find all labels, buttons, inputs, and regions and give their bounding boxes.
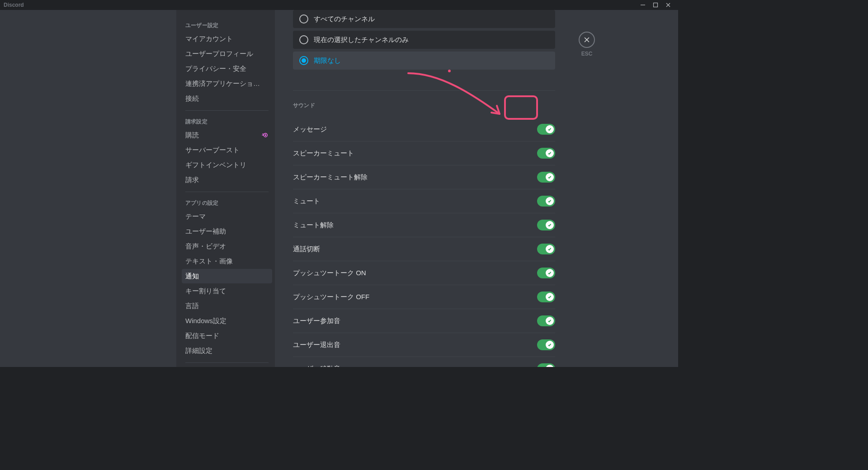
titlebar: Discord [0, 0, 678, 10]
sound-label: ユーザー参加音 [293, 317, 340, 325]
sound-toggle-message[interactable] [537, 124, 555, 135]
settings-sidebar: ユーザー設定マイアカウントユーザープロフィールプライバシー・安全連携済アプリケー… [176, 10, 275, 367]
sidebar-section-header: アプリの設定 [182, 197, 272, 209]
sidebar-separator [185, 110, 269, 111]
sound-toggle-user-move[interactable] [537, 363, 555, 367]
check-icon [546, 245, 554, 253]
sidebar-item-advanced[interactable]: 詳細設定 [182, 343, 272, 358]
sidebar-item-privacy-safety[interactable]: プライバシー・安全 [182, 61, 272, 76]
sidebar-item-windows[interactable]: Windows設定 [182, 314, 272, 328]
radio-icon [299, 56, 308, 65]
close-window-button[interactable] [662, 0, 675, 10]
sidebar-item-authorized-apps[interactable]: 連携済アプリケーショ… [182, 76, 272, 91]
check-icon [546, 341, 554, 349]
sound-toggle-user-leave[interactable] [537, 339, 555, 350]
check-icon [546, 317, 554, 325]
sound-row-unmute: ミュート解除 [293, 213, 555, 237]
sound-toggle-deafen[interactable] [537, 148, 555, 159]
sidebar-item-label: 詳細設定 [185, 346, 212, 355]
sidebar-item-streamer-mode[interactable]: 配信モード [182, 329, 272, 343]
sound-toggle-mute[interactable] [537, 196, 555, 207]
sidebar-item-label: 配信モード [185, 331, 219, 340]
sound-toggle-ptt-off[interactable] [537, 291, 555, 302]
sidebar-section-label: ユーザー設定 [185, 22, 218, 29]
close-settings-label: ESC [581, 51, 593, 57]
sidebar-item-label: 購読 [185, 131, 199, 140]
sound-toggle-user-join[interactable] [537, 315, 555, 326]
sidebar-item-label: 請求 [185, 175, 199, 184]
check-icon [546, 125, 554, 133]
sound-label: スピーカーミュート [293, 149, 354, 158]
sound-row-ptt-off: プッシュツートーク OFF [293, 285, 555, 309]
sidebar-item-billing[interactable]: 請求 [182, 173, 272, 187]
sidebar-item-subscriptions[interactable]: 購読 [182, 128, 272, 142]
sidebar-item-label: マイアカウント [185, 34, 233, 43]
sidebar-item-connections[interactable]: 接続 [182, 91, 272, 106]
sidebar-item-text-images[interactable]: テキスト・画像 [182, 254, 272, 268]
sidebar-item-label: ギフトインベントリ [185, 160, 246, 169]
sidebar-item-my-account[interactable]: マイアカウント [182, 32, 272, 46]
sound-row-user-move: ユーザー移動音 [293, 357, 555, 367]
sound-row-user-leave: ユーザー退出音 [293, 333, 555, 357]
maximize-button[interactable] [649, 0, 662, 10]
sound-section-header: サウンド [293, 102, 555, 109]
sidebar-section-label: アプリの設定 [185, 199, 218, 207]
sidebar-item-keybinds[interactable]: キー割り当て [182, 284, 272, 298]
radio-label: すべてのチャンネル [314, 15, 375, 24]
radio-icon [299, 35, 308, 44]
sound-toggle-unmute[interactable] [537, 220, 555, 230]
settings-content: すべてのチャンネル現在の選択したチャンネルのみ期限なし サウンド メッセージスピ… [275, 10, 678, 367]
sidebar-item-label: ユーザープロフィール [185, 49, 253, 58]
sidebar-item-label: サーバーブースト [185, 146, 240, 155]
sidebar-item-server-boost[interactable]: サーバーブースト [182, 143, 272, 157]
sound-row-undeafen: スピーカーミュート解除 [293, 165, 555, 189]
sidebar-item-accessibility[interactable]: ユーザー補助 [182, 224, 272, 239]
radio-all-channels[interactable]: すべてのチャンネル [293, 10, 555, 28]
check-icon [546, 197, 554, 205]
sidebar-item-voice-video[interactable]: 音声・ビデオ [182, 239, 272, 254]
sidebar-item-user-profile[interactable]: ユーザープロフィール [182, 47, 272, 61]
sound-toggle-ptt-on[interactable] [537, 268, 555, 278]
sound-label: ミュート [293, 197, 320, 206]
sound-row-deafen: スピーカーミュート [293, 141, 555, 165]
sidebar-separator [185, 192, 269, 192]
radio-label: 期限なし [314, 56, 341, 65]
sound-row-disconnect: 通話切断 [293, 237, 555, 261]
sidebar-item-notifications[interactable]: 通知 [182, 269, 272, 283]
sidebar-section-header: 請求設定 [182, 115, 272, 127]
sidebar-item-language[interactable]: 言語 [182, 299, 272, 313]
sidebar-item-label: キー割り当て [185, 287, 226, 296]
sound-label: プッシュツートーク OFF [293, 293, 369, 301]
svg-point-2 [265, 134, 266, 136]
sound-row-user-join: ユーザー参加音 [293, 309, 555, 333]
check-icon [546, 173, 554, 181]
sound-label: プッシュツートーク ON [293, 269, 366, 277]
sidebar-item-label: 連携済アプリケーショ… [185, 79, 260, 88]
radio-label: 現在の選択したチャンネルのみ [314, 36, 409, 44]
check-icon [546, 365, 554, 367]
sidebar-item-appearance[interactable]: テーマ [182, 209, 272, 224]
sidebar-separator [185, 362, 269, 363]
radio-no-expiry[interactable]: 期限なし [293, 52, 555, 70]
close-settings-button[interactable] [579, 32, 595, 48]
focus-duration-radio-group: すべてのチャンネル現在の選択したチャンネルのみ期限なし [293, 10, 555, 72]
sidebar-section-label: 請求設定 [185, 118, 208, 126]
sound-label: メッセージ [293, 125, 327, 134]
sound-row-ptt-on: プッシュツートーク ON [293, 261, 555, 285]
sound-toggle-disconnect[interactable] [537, 244, 555, 254]
content-scroll[interactable]: すべてのチャンネル現在の選択したチャンネルのみ期限なし サウンド メッセージスピ… [275, 10, 573, 367]
sidebar-item-gift-inventory[interactable]: ギフトインベントリ [182, 158, 272, 172]
check-icon [546, 269, 554, 277]
sound-label: ユーザー退出音 [293, 341, 340, 349]
sidebar-item-label: プライバシー・安全 [185, 64, 246, 73]
radio-current-channel[interactable]: 現在の選択したチャンネルのみ [293, 31, 555, 49]
sidebar-item-label: Windows設定 [185, 316, 226, 325]
sound-toggle-undeafen[interactable] [537, 172, 555, 183]
sound-row-mute: ミュート [293, 189, 555, 213]
sidebar-item-label: 接続 [185, 94, 199, 103]
sidebar-item-label: 言語 [185, 301, 199, 310]
check-icon [546, 149, 554, 157]
check-icon [546, 293, 554, 301]
svg-rect-0 [654, 3, 658, 7]
minimize-button[interactable] [637, 0, 649, 10]
